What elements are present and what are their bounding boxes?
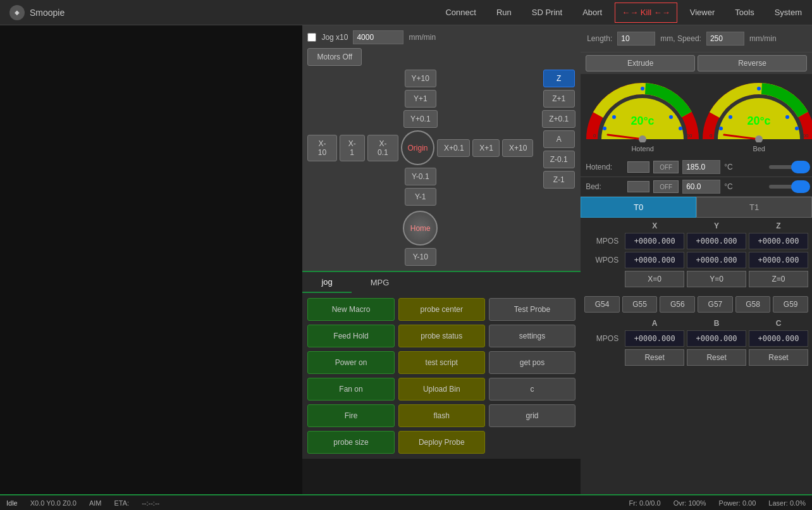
right-panel: Length: mm, Speed: mm/min Extrude Revers… bbox=[581, 25, 812, 494]
jog-y-plus01[interactable]: Y+0.1 bbox=[403, 110, 438, 128]
abc-mpos-label: MPOS bbox=[584, 334, 622, 343]
macro-fan-on[interactable]: Fan on bbox=[307, 378, 394, 401]
macro-c[interactable]: c bbox=[489, 378, 575, 401]
reverse-btn[interactable]: Reverse bbox=[698, 55, 807, 72]
macro-test-probe[interactable]: Test Probe bbox=[489, 298, 575, 321]
jog-z-minus01[interactable]: Z-0.1 bbox=[543, 151, 575, 168]
jog-grid: Y+10 Y+1 Y+0.1 X-10 X-1 X-0.1 Origin X+0… bbox=[307, 70, 575, 266]
jog-y-minus1[interactable]: Y-1 bbox=[405, 188, 436, 206]
macro-probe-size[interactable]: probe size bbox=[307, 431, 394, 454]
hotend-current-temp bbox=[627, 161, 649, 173]
tab-jog[interactable]: jog bbox=[302, 272, 351, 293]
abc-header-c: C bbox=[749, 319, 808, 328]
gcode-g57[interactable]: G57 bbox=[698, 296, 733, 313]
jog-x-minus01[interactable]: X-0.1 bbox=[367, 135, 398, 161]
macro-flash[interactable]: flash bbox=[398, 404, 485, 427]
tab-mpg[interactable]: MPG bbox=[352, 272, 409, 293]
wpos-z: +0000.000 bbox=[749, 252, 808, 268]
extrude-btn[interactable]: Extrude bbox=[586, 55, 695, 72]
jog-home-btn[interactable]: Home bbox=[403, 211, 438, 246]
mpos-label: MPOS bbox=[584, 237, 622, 246]
gcode-g56[interactable]: G56 bbox=[660, 296, 695, 313]
macro-power-on[interactable]: Power on bbox=[307, 351, 394, 374]
bed-toggle[interactable]: OFF bbox=[653, 180, 679, 193]
jog-speed-input[interactable] bbox=[353, 30, 403, 44]
hotend-gauge-svg: 20°c 0 200 bbox=[586, 79, 699, 142]
jog-tab-row: jog MPG bbox=[302, 271, 581, 293]
gcode-g59[interactable]: G59 bbox=[773, 296, 808, 313]
jog-z-plus01[interactable]: Z+0.1 bbox=[542, 110, 575, 128]
jog-x-plus01[interactable]: X+0.1 bbox=[437, 139, 470, 157]
zero-x-btn[interactable]: X=0 bbox=[625, 271, 684, 287]
svg-point-12 bbox=[757, 87, 761, 90]
macro-deploy-probe[interactable]: Deploy Probe bbox=[398, 431, 485, 454]
speed-label: mm, Speed: bbox=[660, 34, 701, 43]
macro-get-pos[interactable]: get pos bbox=[489, 351, 575, 374]
hotend-toggle[interactable]: OFF bbox=[653, 161, 679, 173]
jog-x10-label: Jog x10 bbox=[321, 33, 348, 42]
jog-x-plus1[interactable]: X+1 bbox=[472, 139, 500, 157]
jog-x-plus10[interactable]: X+10 bbox=[502, 139, 533, 157]
jog-z-plus1[interactable]: Z+1 bbox=[543, 90, 575, 108]
jog-origin-btn[interactable]: Origin bbox=[401, 130, 434, 165]
nav-kill[interactable]: ←→ Kill ←→ bbox=[615, 3, 677, 23]
zero-z-btn[interactable]: Z=0 bbox=[749, 271, 808, 287]
reset-c-btn[interactable]: Reset bbox=[749, 349, 808, 366]
gcode-g55[interactable]: G55 bbox=[622, 296, 658, 313]
macro-test-script[interactable]: test script bbox=[398, 351, 485, 374]
main-layout: Jog x10 mm/min Motors Off Y+10 Y+1 Y+0.1… bbox=[0, 25, 812, 494]
gauges-row: 20°c 0 200 Hotend bbox=[581, 74, 812, 158]
mpos-row: MPOS +0000.000 +0000.000 +0000.000 bbox=[584, 233, 808, 249]
jog-y-plus1[interactable]: Y+1 bbox=[405, 90, 436, 108]
jog-y-minus01[interactable]: Y-0.1 bbox=[405, 168, 436, 185]
macro-settings[interactable]: settings bbox=[489, 325, 575, 347]
brand-name: Smoopie bbox=[30, 8, 65, 18]
gcode-g58[interactable]: G58 bbox=[735, 296, 771, 313]
macro-probe-status[interactable]: probe status bbox=[398, 325, 485, 347]
macro-upload-bin[interactable]: Upload Bin bbox=[398, 378, 485, 401]
jog-x10-checkbox[interactable] bbox=[307, 33, 316, 42]
motors-off-btn[interactable]: Motors Off bbox=[307, 48, 362, 66]
status-laser: Laser: 0.0% bbox=[768, 499, 806, 507]
reset-b-btn[interactable]: Reset bbox=[687, 349, 746, 366]
center-controls: Jog x10 mm/min Motors Off Y+10 Y+1 Y+0.1… bbox=[302, 25, 581, 494]
length-input[interactable] bbox=[617, 32, 655, 46]
svg-text:20°c: 20°c bbox=[631, 115, 655, 127]
macro-fire[interactable]: Fire bbox=[307, 404, 394, 427]
gcode-g54[interactable]: G54 bbox=[584, 296, 620, 313]
abc-header-row: A B C bbox=[584, 319, 808, 328]
jog-y-minus10[interactable]: Y-10 bbox=[405, 248, 436, 266]
nav-viewer[interactable]: Viewer bbox=[680, 0, 725, 25]
svg-point-0 bbox=[603, 127, 606, 130]
svg-point-13 bbox=[785, 115, 789, 119]
hotend-target-temp[interactable] bbox=[682, 160, 720, 174]
macro-grid[interactable]: grid bbox=[489, 404, 575, 427]
jog-x-minus1[interactable]: X-1 bbox=[340, 135, 365, 161]
bed-target-temp[interactable] bbox=[682, 180, 720, 194]
nav-run[interactable]: Run bbox=[486, 0, 522, 25]
jog-y-plus10[interactable]: Y+10 bbox=[405, 70, 436, 87]
status-aim: AIM bbox=[89, 499, 102, 507]
nav-system[interactable]: System bbox=[765, 0, 812, 25]
nav-sdprint[interactable]: SD Print bbox=[522, 0, 572, 25]
nav-abort[interactable]: Abort bbox=[572, 0, 612, 25]
mpos-z: +0000.000 bbox=[749, 233, 808, 249]
jog-z-minus1[interactable]: Z-1 bbox=[543, 171, 575, 189]
tool-t0[interactable]: T0 bbox=[581, 197, 696, 218]
macro-new-macro[interactable]: New Macro bbox=[307, 298, 394, 321]
macro-feed-hold[interactable]: Feed Hold bbox=[307, 325, 394, 347]
hotend-slider[interactable] bbox=[769, 165, 807, 169]
gcodes-row: G54 G55 G56 G57 G58 G59 bbox=[581, 294, 812, 315]
zero-y-btn[interactable]: Y=0 bbox=[687, 271, 746, 287]
speed-unit: mm/min bbox=[749, 34, 777, 43]
reset-a-btn[interactable]: Reset bbox=[625, 349, 684, 366]
bed-slider[interactable] bbox=[769, 185, 807, 189]
tool-t1[interactable]: T1 bbox=[696, 197, 812, 218]
nav-tools[interactable]: Tools bbox=[725, 0, 764, 25]
jog-x-minus10[interactable]: X-10 bbox=[307, 135, 336, 161]
nav-connect[interactable]: Connect bbox=[435, 0, 486, 25]
macro-probe-center[interactable]: probe center bbox=[398, 298, 485, 321]
speed-input[interactable] bbox=[706, 32, 744, 46]
status-bar: Idle X0.0 Y0.0 Z0.0 AIM ETA: --:--:-- Fr… bbox=[0, 494, 812, 510]
wpos-label: WPOS bbox=[584, 256, 622, 264]
